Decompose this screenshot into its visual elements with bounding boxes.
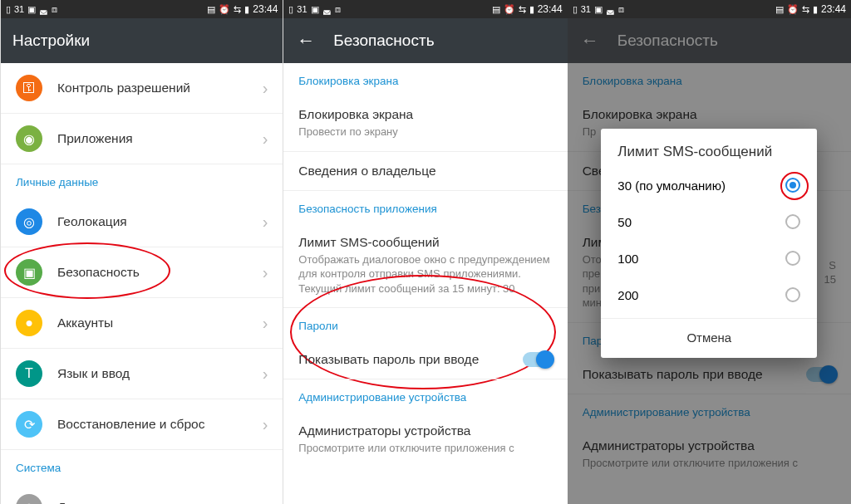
chevron-right-icon: › [263, 130, 268, 149]
option-label: 200 [617, 288, 638, 302]
section-deviceadmin: Администрирование устройства [283, 379, 567, 412]
status-bar: ▯ 31 ▣ ◛ ⧈ ▤ ⏰ ⇆ ▮ 23:44 [1, 0, 283, 18]
chevron-right-icon: › [263, 498, 268, 505]
radio-icon [785, 251, 800, 266]
apps-icon: ◉ [16, 125, 42, 152]
dialog-scrim[interactable]: Лимит SMS-сообщений 30 (по умолчанию) 50… [568, 0, 851, 504]
row-label: Лимит SMS-сообщений [298, 235, 552, 250]
row-label: Язык и ввод [57, 366, 263, 381]
dialog-title: Лимит SMS-сообщений [601, 129, 817, 167]
store-icon: ⧈ [335, 5, 341, 14]
chevron-right-icon: › [263, 263, 268, 282]
row-admins[interactable]: Администраторы устройства Просмотрите ил… [283, 412, 567, 467]
alarm-icon: ⏰ [504, 5, 515, 14]
row-label: Показывать пароль при вводе [298, 352, 522, 367]
vibrate-icon: ▤ [492, 5, 500, 14]
section-passwords: Пароли [283, 308, 567, 340]
page-title: Настройки [12, 32, 90, 50]
clock: 23:44 [538, 3, 563, 15]
chevron-right-icon: › [263, 415, 268, 434]
vibrate-icon: ▤ [207, 5, 215, 14]
key-icon: ⚿ [16, 75, 42, 101]
row-label: Аккаунты [57, 316, 263, 330]
wifi-icon: ⇆ [519, 5, 526, 14]
chevron-right-icon: › [263, 213, 268, 232]
row-security[interactable]: ▣ Безопасность › [1, 247, 283, 298]
row-ownerinfo[interactable]: Сведения о владельце [283, 152, 567, 191]
row-label: Геолокация [57, 214, 263, 229]
calendar-icon: 31 [297, 5, 307, 14]
chevron-right-icon: › [263, 365, 268, 384]
image-icon: ▣ [27, 5, 36, 14]
location-icon: ◎ [16, 208, 42, 235]
calendar-icon: 31 [14, 5, 24, 14]
row-sublabel: Просмотрите или отключите приложения с [298, 441, 552, 456]
row-accounts[interactable]: ● Аккаунты › [1, 298, 283, 349]
chevron-right-icon: › [263, 79, 268, 98]
wifi-icon: ⇆ [234, 5, 241, 14]
battery-icon: ▮ [529, 5, 534, 14]
back-icon[interactable]: ← [297, 30, 315, 51]
option-label: 100 [617, 252, 638, 266]
row-permissions[interactable]: ⚿ Контроль разрешений › [1, 63, 283, 114]
titlebar: Настройки [1, 18, 283, 63]
sim-icon: ▯ [288, 5, 293, 14]
option-label: 50 [617, 215, 632, 229]
row-label: Блокировка экрана [298, 107, 552, 122]
row-backup[interactable]: ⟳ Восстановление и сброс › [1, 399, 283, 450]
titlebar: ← Безопасность [283, 18, 567, 63]
mail-icon: ◛ [39, 5, 48, 14]
dialog-option-200[interactable]: 200 [601, 276, 817, 313]
screen-settings: ▯ 31 ▣ ◛ ⧈ ▤ ⏰ ⇆ ▮ 23:44 Настройки ⚿ Кон… [0, 0, 283, 504]
alarm-icon: ⏰ [219, 5, 230, 14]
mail-icon: ◛ [322, 5, 332, 14]
row-label: Приложения [57, 131, 263, 146]
row-sublabel: Провести по экрану [298, 125, 552, 139]
row-label: Сведения о владельце [298, 164, 552, 179]
section-personal: Личные данные [1, 164, 283, 197]
dialog-option-100[interactable]: 100 [601, 240, 817, 276]
image-icon: ▣ [311, 5, 319, 14]
row-label: Восстановление и сброс [57, 417, 263, 432]
row-sublabel: Отображать диалоговое окно с предупрежде… [298, 252, 552, 296]
status-bar: ▯ 31 ▣ ◛ ⧈ ▤ ⏰ ⇆ ▮ 23:44 [283, 0, 567, 18]
sms-limit-dialog: Лимит SMS-сообщений 30 (по умолчанию) 50… [601, 129, 817, 358]
backup-icon: ⟳ [16, 411, 42, 438]
battery-icon: ▮ [244, 5, 249, 14]
row-label: Безопасность [57, 265, 263, 280]
dialog-option-30[interactable]: 30 (по умолчанию) [601, 167, 817, 203]
option-label: 30 (по умолчанию) [617, 179, 726, 193]
dialog-option-50[interactable]: 50 [601, 203, 817, 240]
section-system: Система [1, 450, 283, 482]
store-icon: ⧈ [52, 5, 57, 14]
row-language[interactable]: T Язык и ввод › [1, 349, 283, 399]
row-showpassword[interactable]: Показывать пароль при вводе [283, 340, 567, 379]
row-screenlock[interactable]: Блокировка экрана Провести по экрану [283, 95, 567, 152]
clock: 23:44 [253, 3, 278, 15]
radio-icon [785, 287, 800, 302]
radio-icon [785, 178, 800, 193]
row-datetime[interactable]: ◷ Дата и время › [1, 482, 283, 504]
section-appsec: Безопасность приложения [283, 191, 567, 223]
clock-icon: ◷ [16, 494, 42, 504]
row-location[interactable]: ◎ Геолокация › [1, 197, 283, 247]
row-apps[interactable]: ◉ Приложения › [1, 114, 283, 164]
dialog-cancel[interactable]: Отмена [601, 318, 817, 353]
row-label: Администраторы устройства [298, 423, 552, 438]
sim-icon: ▯ [6, 5, 11, 14]
radio-icon [785, 214, 800, 229]
row-label: Контроль разрешений [57, 81, 263, 95]
screen-dialog: ▯ 31 ▣ ◛ ⧈ ▤ ⏰ ⇆ ▮ 23:44 ← Безопасность … [568, 0, 851, 504]
row-label: Дата и время [57, 500, 263, 504]
section-screenlock: Блокировка экрана [283, 63, 567, 95]
language-icon: T [16, 360, 42, 387]
chevron-right-icon: › [263, 314, 268, 333]
screen-security: ▯ 31 ▣ ◛ ⧈ ▤ ⏰ ⇆ ▮ 23:44 ← Безопасность … [283, 0, 567, 504]
toggle-showpassword[interactable] [523, 352, 553, 367]
page-title: Безопасность [333, 32, 434, 50]
shield-icon: ▣ [16, 259, 42, 286]
row-smslimit[interactable]: Лимит SMS-сообщений Отображать диалогово… [283, 223, 567, 309]
account-icon: ● [16, 310, 42, 336]
